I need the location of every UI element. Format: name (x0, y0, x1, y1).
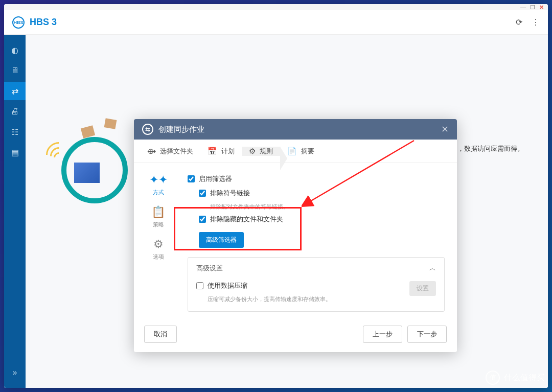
sidebar-item-storage[interactable]: ☷ (4, 123, 26, 141)
enable-filter-checkbox[interactable]: 启用筛选器 (188, 174, 445, 183)
refresh-icon[interactable]: ⟳ (516, 17, 522, 27)
watermark-icon: 值 (486, 371, 500, 385)
advanced-settings-panel: 高级设置 ︿ 使用数据压缩 压缩可减少备份大小，提高传输速度和存储效率。 (188, 257, 445, 312)
modal-close-icon[interactable]: ✕ (441, 124, 449, 135)
modal-titlebar: ⇆ 创建同步作业 ✕ (134, 119, 457, 140)
tab-label: 策略 (153, 221, 164, 228)
folder-arrow-icon: ⟴ (147, 147, 156, 156)
gear-icon: ⚙ (153, 238, 164, 251)
settings-panel: 启用筛选器 排除符号链接 排除配对文件夹中的符号链接。 (182, 163, 457, 318)
more-icon[interactable]: ⋮ (532, 17, 540, 27)
step-label: 计划 (221, 147, 235, 156)
app-header: HBS HBS 3 ⟳ ⋮ (4, 10, 548, 35)
panel-title: 高级设置 (196, 264, 223, 273)
tab-options[interactable]: ⚙ 选项 (153, 238, 164, 261)
close-icon[interactable]: ✕ (539, 4, 544, 11)
modal-title: 创建同步作业 (158, 125, 204, 134)
advanced-filter-button[interactable]: 高级筛选器 (199, 232, 244, 248)
sparkle-icon: ✦✦ (149, 173, 168, 187)
create-sync-job-modal: ⇆ 创建同步作业 ✕ ⟴ 选择文件夹 📅 计划 ⚙ 规则 (134, 119, 457, 352)
checkbox-input[interactable] (199, 190, 206, 197)
modal-footer: 取消 上一步 下一步 (134, 318, 457, 352)
exclude-hidden-checkbox[interactable]: 排除隐藏的文件和文件夹 (199, 215, 445, 224)
sidebar-item-backup[interactable]: 🖥 (4, 61, 26, 80)
tab-label: 方式 (153, 189, 164, 196)
checkbox-label: 使用数据压缩 (208, 281, 247, 290)
exclude-symlinks-checkbox[interactable]: 排除符号链接 (199, 189, 445, 198)
advanced-settings-header[interactable]: 高级设置 ︿ (188, 258, 444, 279)
checkbox-input[interactable] (199, 216, 206, 223)
sidebar-item-overview[interactable]: ◐ (4, 41, 26, 59)
tab-label: 选项 (153, 253, 164, 261)
step-label: 摘要 (301, 147, 314, 156)
minimize-icon[interactable]: — (520, 4, 526, 10)
next-button[interactable]: 下一步 (407, 326, 447, 343)
sidebar-item-restore[interactable]: 🖨 (4, 102, 26, 121)
step-label: 规则 (260, 147, 273, 156)
app-window: — ☐ ✕ HBS HBS 3 ⟳ ⋮ ◐ 🖥 ⇄ 🖨 ☷ ▤ » (4, 4, 548, 388)
window-titlebar: — ☐ ✕ (4, 4, 548, 10)
chevron-up-icon: ︿ (429, 264, 436, 273)
sidebar-collapse-icon[interactable]: » (4, 363, 26, 382)
watermark: 值 什么值得买 (486, 371, 545, 385)
checkbox-label: 排除符号链接 (210, 189, 250, 198)
sync-icon: ⇆ (142, 124, 153, 135)
clipboard-icon: 📋 (151, 205, 165, 219)
sliders-icon: ⚙ (249, 147, 256, 156)
sidebar-item-sync[interactable]: ⇄ (4, 82, 26, 100)
app-logo-icon: HBS (12, 16, 25, 29)
wizard-steps: ⟴ 选择文件夹 📅 计划 ⚙ 规则 📄 摘要 (134, 140, 457, 163)
checkbox-input[interactable] (196, 282, 203, 289)
tab-policy[interactable]: 📋 策略 (151, 205, 165, 228)
app-title: HBS 3 (30, 17, 57, 28)
step-schedule[interactable]: 📅 计划 (200, 147, 242, 156)
cancel-button[interactable]: 取消 (144, 326, 177, 343)
prev-button[interactable]: 上一步 (363, 326, 402, 343)
content-area: ，数据访问应需而得。 ⇆ 创建同步作业 ✕ ⟴ 选择文件夹 📅 计划 (26, 35, 548, 388)
compression-desc: 压缩可减少备份大小，提高传输速度和存储效率。 (208, 295, 409, 303)
step-label: 选择文件夹 (160, 147, 193, 156)
sidebar: ◐ 🖥 ⇄ 🖨 ☷ ▤ » (4, 35, 26, 388)
checkbox-input[interactable] (188, 175, 195, 182)
rules-tabs: ✦✦ 方式 📋 策略 ⚙ 选项 (134, 163, 182, 318)
watermark-text: 什么值得买 (504, 373, 545, 383)
checkbox-label: 排除隐藏的文件和文件夹 (210, 215, 283, 224)
document-icon: 📄 (287, 147, 297, 156)
sidebar-item-logs[interactable]: ▤ (4, 143, 26, 162)
background-illustration (46, 111, 138, 203)
exclude-symlinks-desc: 排除配对文件夹中的符号链接。 (210, 203, 445, 211)
tab-method[interactable]: ✦✦ 方式 (149, 173, 168, 196)
step-select-folder[interactable]: ⟴ 选择文件夹 (140, 147, 200, 156)
background-text: ，数据访问应需而得。 (457, 144, 524, 153)
use-compression-checkbox[interactable]: 使用数据压缩 (196, 281, 409, 290)
maximize-icon[interactable]: ☐ (530, 4, 535, 11)
checkbox-label: 启用筛选器 (199, 174, 232, 183)
step-rules[interactable]: ⚙ 规则 (242, 147, 280, 156)
calendar-icon: 📅 (208, 147, 217, 156)
compression-config-button: 设置 (409, 281, 436, 296)
